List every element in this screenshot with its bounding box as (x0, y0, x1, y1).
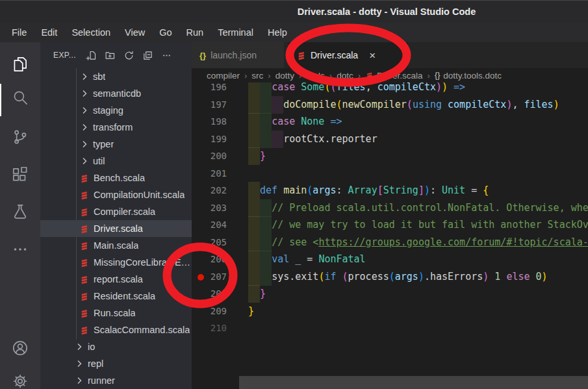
more-views-icon[interactable] (5, 234, 36, 265)
tree-item-repl[interactable]: repl (40, 355, 192, 372)
tree-item-report-scala[interactable]: report.scala (40, 271, 192, 288)
code-line-201[interactable]: 201 (192, 165, 588, 182)
tree-item-label: semanticdb (93, 88, 141, 99)
code-line-198[interactable]: 198 case None => (192, 113, 588, 131)
tree-item-missingcorelibraryexception-scala[interactable]: MissingCoreLibraryException.scala (40, 254, 192, 271)
tree-item-semanticdb[interactable]: semanticdb (40, 85, 192, 102)
code-line-209[interactable]: 209} (192, 303, 588, 320)
scala-file-icon (79, 241, 89, 251)
chevron-right-icon (79, 71, 90, 82)
explorer-header: EXP... (40, 42, 192, 68)
breadcrumb-item-dotc[interactable]: dotc (337, 71, 353, 81)
menu-go[interactable]: Go (153, 25, 178, 40)
refresh-icon[interactable] (123, 49, 136, 62)
accounts-icon[interactable] (5, 333, 36, 364)
code-line-199[interactable]: 199 rootCtx.reporter (192, 131, 588, 148)
chevron-right-icon (74, 342, 84, 352)
tree-item-compilationunit-scala[interactable]: CompilationUnit.scala (40, 186, 192, 203)
code-line-202[interactable]: 202 def main(args: Array[String]): Unit … (192, 182, 588, 199)
code-line-200[interactable]: 200 } (192, 147, 588, 165)
code-area[interactable]: 196 case Some((files, compileCtx)) =>197… (192, 82, 588, 376)
tree-item-sbt[interactable]: sbt (40, 68, 192, 85)
tree-item-util[interactable]: util (40, 153, 192, 169)
tree-item-io[interactable]: io (40, 338, 192, 355)
tree-item-label: Driver.scala (94, 223, 143, 234)
breadcrumb-symbol[interactable]: dotty.tools.dotc (443, 71, 502, 81)
tree-item-runner[interactable]: runner (40, 372, 192, 389)
line-number: 198 (201, 113, 227, 131)
code-text: rootCtx.reporter (248, 131, 377, 148)
breadcrumb-item-src[interactable]: src (251, 71, 263, 81)
code-line-207[interactable]: 207 sys.exit(if (process(args).hasErrors… (192, 268, 588, 286)
line-number: 209 (201, 303, 227, 320)
editor-group: {}launch.jsonDriver.scala× compiler›src›… (192, 42, 588, 389)
code-line-204[interactable]: 204 // we may try to load it but fail wi… (192, 216, 588, 234)
collapse-folders-icon[interactable] (142, 49, 155, 62)
menu-bar: FileEditSelectionViewGoRunTerminalHelp (0, 23, 588, 42)
code-line-203[interactable]: 203 // Preload scala.util.control.NonFat… (192, 199, 588, 217)
breadcrumb-separator: › (244, 71, 247, 81)
menu-help[interactable]: Help (261, 25, 294, 40)
search-icon[interactable] (5, 82, 36, 114)
tree-item-label: Main.scala (94, 240, 138, 251)
line-number: 201 (201, 165, 227, 182)
tree-item-transform[interactable]: transform (40, 119, 192, 136)
code-line-210[interactable]: 210 (192, 320, 588, 337)
tab-driver-scala[interactable]: Driver.scala× (288, 42, 408, 68)
menu-selection[interactable]: Selection (65, 25, 117, 40)
tree-item-typer[interactable]: typer (40, 136, 192, 153)
title-bar: Driver.scala - dotty - Visual Studio Cod… (0, 0, 588, 23)
horizontal-scrollbar[interactable] (239, 376, 588, 389)
breadcrumb-separator: › (329, 71, 332, 81)
code-line-196[interactable]: 196 case Some((files, compileCtx)) => (192, 82, 588, 96)
tree-item-staging[interactable]: staging (40, 102, 192, 119)
menu-file[interactable]: File (5, 25, 33, 40)
tree-item-label: ScalacCommand.scala (94, 325, 190, 335)
breadcrumb-file[interactable]: Driver.scala (377, 71, 423, 81)
tab-launch-json[interactable]: {}launch.json (192, 42, 284, 68)
code-text: def main(args: Array[String]): Unit = { (248, 182, 489, 199)
tree-item-resident-scala[interactable]: Resident.scala (40, 288, 192, 305)
line-number: 204 (201, 216, 227, 234)
views-more-actions-icon[interactable] (160, 49, 173, 62)
new-file-icon[interactable] (85, 49, 98, 62)
tree-item-main-scala[interactable]: Main.scala (40, 237, 192, 254)
close-icon[interactable]: × (369, 50, 376, 61)
code-line-206[interactable]: 206 val _ = NonFatal (192, 251, 588, 268)
line-number: 210 (201, 320, 227, 337)
settings-icon[interactable] (5, 366, 36, 389)
code-text: } (248, 147, 266, 165)
scala-file-icon (365, 71, 374, 80)
extensions-icon[interactable] (5, 159, 36, 190)
tree-item-label: report.scala (94, 274, 143, 284)
menu-edit[interactable]: Edit (34, 25, 64, 40)
breadcrumb-item-dotty[interactable]: dotty (275, 71, 294, 81)
code-line-205[interactable]: 205 // see <https://groups.google.com/fo… (192, 234, 588, 251)
namespace-icon: {} (435, 71, 440, 80)
menu-run[interactable]: Run (180, 25, 211, 40)
source-control-icon[interactable] (5, 121, 36, 153)
tree-item-compiler-scala[interactable]: Compiler.scala (40, 203, 192, 220)
scala-file-icon (296, 51, 306, 60)
new-folder-icon[interactable] (104, 49, 117, 62)
menu-terminal[interactable]: Terminal (211, 25, 260, 40)
breadcrumb-item-tools[interactable]: tools (306, 71, 325, 81)
tree-item-bench-scala[interactable]: Bench.scala (40, 169, 192, 186)
tree-item-driver-scala[interactable]: Driver.scala (40, 220, 192, 237)
code-line-197[interactable]: 197 doCompile(newCompiler(using compileC… (192, 96, 588, 114)
tree-item-label: repl (88, 358, 103, 369)
testing-icon[interactable] (5, 196, 36, 227)
breadcrumb-separator: › (299, 71, 301, 81)
breadcrumb-item-compiler[interactable]: compiler (207, 71, 240, 81)
tree-item-label: Run.scala (94, 308, 135, 318)
breadcrumb-separator: › (428, 71, 430, 81)
tree-item-run-scala[interactable]: Run.scala (40, 305, 192, 321)
menu-view[interactable]: View (118, 25, 151, 40)
tree-item-scalaccommand-scala[interactable]: ScalacCommand.scala (40, 321, 192, 338)
code-text: case Some((files, compileCtx)) => (248, 82, 465, 96)
code-line-208[interactable]: 208 } (192, 285, 588, 303)
scala-file-icon (79, 224, 89, 234)
vscode-window: Driver.scala - dotty - Visual Studio Cod… (0, 0, 588, 389)
chevron-right-icon (79, 88, 90, 99)
explorer-icon[interactable] (5, 49, 36, 80)
